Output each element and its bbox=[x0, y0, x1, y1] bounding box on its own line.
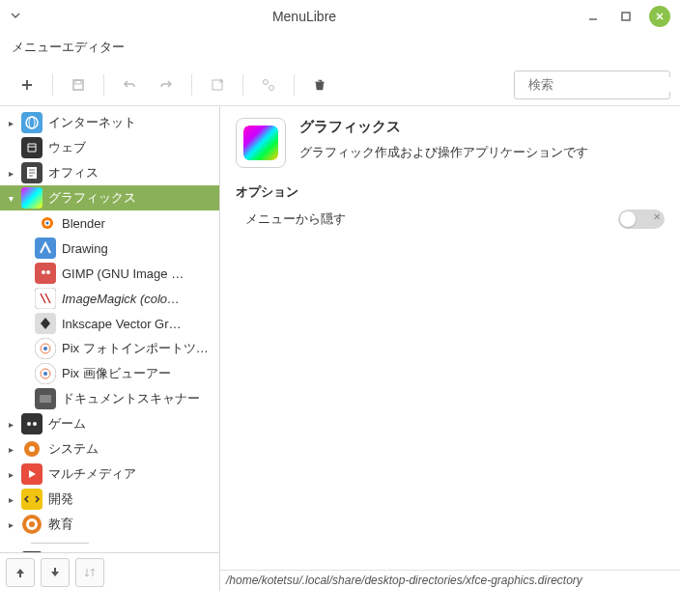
expand-icon[interactable]: ▸ bbox=[4, 118, 17, 128]
tree-label: Pix フォトインポートツ… bbox=[60, 340, 209, 357]
detail-icon[interactable] bbox=[236, 118, 286, 168]
tree-item-imagemagick[interactable]: ImageMagick (colo… bbox=[0, 286, 219, 311]
pix-viewer-icon bbox=[35, 363, 56, 384]
expand-icon[interactable]: ▸ bbox=[4, 168, 17, 179]
tree-item-inkscape[interactable]: Inkscape Vector Gr… bbox=[0, 311, 219, 336]
svg-point-6 bbox=[269, 85, 274, 90]
system-icon bbox=[21, 438, 42, 460]
maximize-button[interactable] bbox=[616, 7, 636, 26]
svg-point-30 bbox=[43, 372, 47, 376]
tree-item-pix-viewer[interactable]: Pix 画像ビューアー bbox=[0, 361, 219, 386]
svg-rect-33 bbox=[21, 413, 42, 434]
expand-icon[interactable]: ▸ bbox=[4, 494, 17, 505]
internet-icon bbox=[21, 112, 42, 133]
tree-item-games[interactable]: ▸ ゲーム bbox=[0, 411, 219, 436]
expand-icon[interactable]: ▸ bbox=[4, 419, 17, 430]
tree-label: GIMP (GNU Image … bbox=[60, 266, 184, 281]
svg-point-34 bbox=[27, 422, 31, 426]
move-down-button[interactable] bbox=[41, 558, 70, 587]
tree-label: インターネット bbox=[46, 114, 136, 131]
tree-label: システム bbox=[46, 440, 99, 458]
svg-rect-15 bbox=[21, 187, 42, 209]
tree-label: マルチメディア bbox=[46, 465, 136, 483]
expand-icon[interactable]: ▸ bbox=[4, 444, 17, 455]
minimize-button[interactable] bbox=[583, 7, 603, 26]
tree-item-development[interactable]: ▸ 開発 bbox=[0, 487, 219, 512]
tree-item-system[interactable]: ▸ システム bbox=[0, 436, 219, 462]
settings-button[interactable] bbox=[251, 68, 286, 102]
redo-button[interactable] bbox=[149, 68, 184, 102]
separator bbox=[31, 543, 89, 544]
tree-label: 開発 bbox=[46, 490, 73, 508]
svg-point-5 bbox=[264, 79, 269, 84]
inkscape-icon bbox=[35, 313, 56, 334]
search-box[interactable] bbox=[514, 70, 670, 99]
tree-label: グラフィックス bbox=[46, 189, 136, 207]
tree-label: ImageMagick (colo… bbox=[60, 292, 180, 306]
sort-button[interactable] bbox=[75, 558, 104, 587]
scanner-icon bbox=[35, 388, 56, 409]
options-header: オプション bbox=[236, 183, 665, 201]
hide-from-menu-toggle[interactable]: ✕ bbox=[618, 210, 665, 229]
detail-description[interactable]: グラフィック作成および操作アプリケーションです bbox=[299, 144, 588, 161]
svg-rect-23 bbox=[35, 288, 56, 309]
multimedia-icon bbox=[21, 463, 42, 485]
expand-icon[interactable]: ▸ bbox=[4, 519, 17, 530]
menu-chevron-icon[interactable] bbox=[10, 10, 25, 24]
tree-label: ゲーム bbox=[46, 415, 86, 433]
toggle-off-icon: ✕ bbox=[653, 211, 661, 222]
undo-button[interactable] bbox=[112, 68, 147, 102]
tree-item-gimp[interactable]: GIMP (GNU Image … bbox=[0, 261, 219, 286]
games-icon bbox=[21, 413, 42, 434]
tree-item-internet[interactable]: ▸ インターネット bbox=[0, 110, 219, 135]
tree-item-drawing[interactable]: Drawing bbox=[0, 236, 219, 261]
tree-item-scanner[interactable]: ドキュメントスキャナー bbox=[0, 386, 219, 411]
tree-label: Pix 画像ビューアー bbox=[60, 365, 171, 382]
svg-point-22 bbox=[46, 270, 50, 274]
gimp-icon bbox=[35, 263, 56, 284]
tree-label: Blender bbox=[60, 216, 105, 231]
tree-item-education[interactable]: ▸ 教育 bbox=[0, 512, 219, 537]
detail-title[interactable]: グラフィックス bbox=[299, 118, 588, 136]
add-button[interactable] bbox=[10, 68, 44, 102]
tree-label: ドキュメントスキャナー bbox=[60, 390, 200, 407]
tree-label: Drawing bbox=[60, 241, 108, 256]
run-button[interactable] bbox=[200, 68, 235, 102]
expand-icon[interactable]: ▸ bbox=[4, 469, 17, 480]
delete-button[interactable] bbox=[302, 68, 337, 102]
tree-label: ウェブ bbox=[46, 139, 86, 156]
collapse-icon[interactable]: ▾ bbox=[4, 193, 17, 204]
svg-point-27 bbox=[43, 347, 47, 350]
window-subtitle: メニューエディター bbox=[0, 33, 680, 64]
svg-point-42 bbox=[29, 521, 35, 527]
tree-item-graphics[interactable]: ▾ グラフィックス bbox=[0, 185, 219, 210]
svg-rect-32 bbox=[40, 395, 51, 403]
svg-rect-48 bbox=[243, 126, 278, 160]
tree-item-multimedia[interactable]: ▸ マルチメディア bbox=[0, 462, 219, 487]
drawing-icon bbox=[35, 238, 56, 259]
svg-point-35 bbox=[33, 422, 37, 426]
tree-label: Inkscape Vector Gr… bbox=[60, 317, 182, 331]
svg-point-18 bbox=[46, 222, 49, 225]
save-button[interactable] bbox=[61, 68, 96, 102]
education-icon bbox=[21, 514, 42, 535]
tree-item-office[interactable]: ▸ オフィス bbox=[0, 160, 219, 185]
search-input[interactable] bbox=[528, 77, 680, 92]
tree-label: 教育 bbox=[46, 516, 73, 533]
svg-point-37 bbox=[29, 446, 35, 452]
category-tree[interactable]: ▸ インターネット ウェブ ▸ オフィス ▾ グラフィックス Bl bbox=[0, 106, 219, 552]
svg-rect-1 bbox=[622, 13, 630, 20]
statusbar-path: /home/kotetsu/.local/share/desktop-direc… bbox=[220, 570, 680, 591]
svg-rect-19 bbox=[35, 238, 56, 259]
blender-icon bbox=[35, 212, 56, 234]
close-button[interactable] bbox=[649, 6, 670, 27]
svg-rect-12 bbox=[21, 137, 42, 158]
tree-item-web[interactable]: ウェブ bbox=[0, 135, 219, 160]
tree-item-pix-import[interactable]: Pix フォトインポートツ… bbox=[0, 336, 219, 361]
imagemagick-icon bbox=[35, 288, 56, 309]
tree-label: オフィス bbox=[46, 164, 99, 182]
office-icon bbox=[21, 162, 42, 183]
move-up-button[interactable] bbox=[6, 558, 35, 587]
tree-item-blender[interactable]: Blender bbox=[0, 210, 219, 236]
window-title: MenuLibre bbox=[25, 9, 583, 24]
